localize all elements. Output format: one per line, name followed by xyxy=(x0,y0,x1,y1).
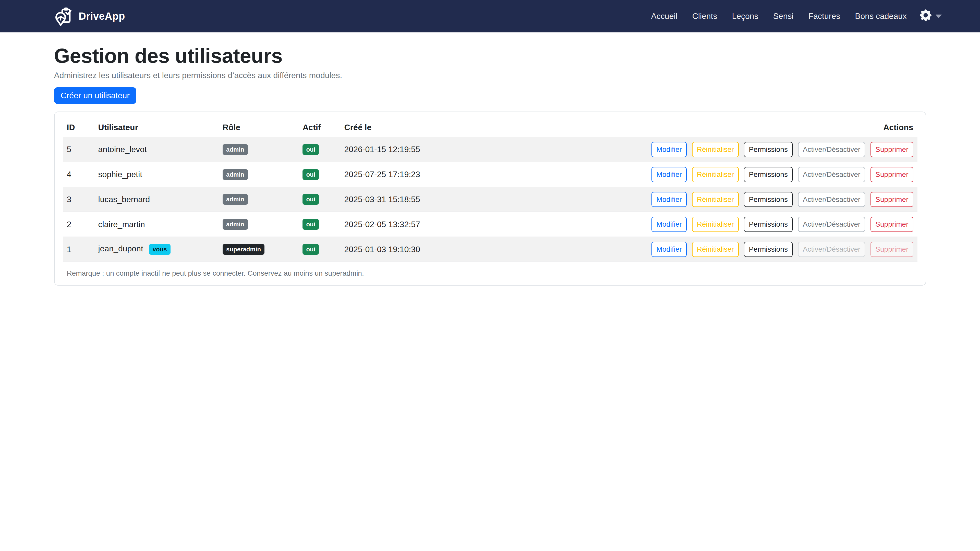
user-row: 4 sophie_petit admin oui 2025-07-25 17:1… xyxy=(63,162,918,187)
create-user-button[interactable]: Créer un utilisateur xyxy=(54,87,136,104)
edit-button[interactable]: Modifier xyxy=(651,242,687,257)
username-text: lucas_bernard xyxy=(98,195,150,204)
cell-actions: Modifier Réinitialiser Permissions Activ… xyxy=(644,137,917,162)
you-badge: vous xyxy=(149,244,170,255)
permissions-button[interactable]: Permissions xyxy=(744,217,792,232)
cell-active: oui xyxy=(298,212,340,237)
cell-role: admin xyxy=(218,187,298,212)
active-badge: oui xyxy=(302,194,319,205)
toggle-active-button[interactable]: Activer/Désactiver xyxy=(798,192,865,207)
cell-role: admin xyxy=(218,137,298,162)
permissions-button[interactable]: Permissions xyxy=(744,192,792,207)
brand-name: DriveApp xyxy=(79,11,125,22)
cell-username: lucas_bernard xyxy=(94,187,218,212)
edit-button[interactable]: Modifier xyxy=(651,142,687,157)
cell-active: oui xyxy=(298,137,340,162)
reset-button[interactable]: Réinitialiser xyxy=(692,167,739,182)
driveapp-logo-icon xyxy=(55,6,74,26)
user-row: 5 antoine_levot admin oui 2026-01-15 12:… xyxy=(63,137,918,162)
username-text: claire_martin xyxy=(98,220,145,229)
active-badge: oui xyxy=(302,144,319,155)
delete-button[interactable]: Supprimer xyxy=(870,142,913,157)
user-table-body: 5 antoine_levot admin oui 2026-01-15 12:… xyxy=(63,137,918,262)
permissions-button[interactable]: Permissions xyxy=(744,142,792,157)
settings-dropdown-toggle[interactable] xyxy=(920,10,942,23)
toggle-active-button[interactable]: Activer/Désactiver xyxy=(798,142,865,157)
active-badge: oui xyxy=(302,169,319,180)
navbar: DriveApp Accueil Clients Leçons Sensi Fa… xyxy=(0,0,980,32)
users-card: ID Utilisateur Rôle Actif Créé le Action… xyxy=(54,111,926,286)
cell-actions: Modifier Réinitialiser Permissions Activ… xyxy=(644,187,917,212)
header-created: Créé le xyxy=(340,119,644,137)
header-id: ID xyxy=(63,119,94,137)
toggle-active-button[interactable]: Activer/Désactiver xyxy=(798,167,865,182)
header-active: Actif xyxy=(298,119,340,137)
nav-item-lecons[interactable]: Leçons xyxy=(724,9,765,24)
reset-button[interactable]: Réinitialiser xyxy=(692,142,739,157)
delete-button[interactable]: Supprimer xyxy=(870,167,913,182)
reset-button[interactable]: Réinitialiser xyxy=(692,242,739,257)
cell-username: sophie_petit xyxy=(94,162,218,187)
user-row: 1 jean_dupont vous superadmin oui 2025-0… xyxy=(63,237,918,262)
delete-button[interactable]: Supprimer xyxy=(870,192,913,207)
table-note: Remarque : un compte inactif ne peut plu… xyxy=(63,269,918,278)
table-header-row: ID Utilisateur Rôle Actif Créé le Action… xyxy=(63,119,918,137)
header-role: Rôle xyxy=(218,119,298,137)
cell-role: admin xyxy=(218,212,298,237)
active-badge: oui xyxy=(302,244,319,255)
cell-actions: Modifier Réinitialiser Permissions Activ… xyxy=(644,212,917,237)
nav-item-factures[interactable]: Factures xyxy=(801,9,848,24)
nav-item-accueil[interactable]: Accueil xyxy=(644,9,685,24)
reset-button[interactable]: Réinitialiser xyxy=(692,192,739,207)
cell-created: 2025-03-31 15:18:55 xyxy=(340,187,644,212)
cell-username: jean_dupont vous xyxy=(94,237,218,262)
caret-down-icon xyxy=(935,14,942,18)
role-badge: admin xyxy=(223,144,248,155)
cell-id: 2 xyxy=(63,212,94,237)
cell-username: claire_martin xyxy=(94,212,218,237)
page-subtitle: Administrez les utilisateurs et leurs pe… xyxy=(54,71,926,80)
cell-id: 4 xyxy=(63,162,94,187)
toggle-active-button[interactable]: Activer/Désactiver xyxy=(798,217,865,232)
cell-id: 5 xyxy=(63,137,94,162)
cell-active: oui xyxy=(298,237,340,262)
users-table: ID Utilisateur Rôle Actif Créé le Action… xyxy=(63,119,918,262)
user-row: 2 claire_martin admin oui 2025-02-05 13:… xyxy=(63,212,918,237)
gear-icon xyxy=(920,10,932,23)
cell-id: 3 xyxy=(63,187,94,212)
reset-button[interactable]: Réinitialiser xyxy=(692,217,739,232)
cell-active: oui xyxy=(298,162,340,187)
cell-actions: Modifier Réinitialiser Permissions Activ… xyxy=(644,237,917,262)
toggle-active-button[interactable]: Activer/Désactiver xyxy=(798,242,865,257)
role-badge: admin xyxy=(223,194,248,205)
edit-button[interactable]: Modifier xyxy=(651,167,687,182)
delete-button[interactable]: Supprimer xyxy=(870,242,913,257)
nav-item-clients[interactable]: Clients xyxy=(685,9,725,24)
user-row: 3 lucas_bernard admin oui 2025-03-31 15:… xyxy=(63,187,918,212)
cell-active: oui xyxy=(298,187,340,212)
main-content: Gestion des utilisateurs Administrez les… xyxy=(54,32,926,286)
cell-created: 2025-07-25 17:19:23 xyxy=(340,162,644,187)
navbar-inner: DriveApp Accueil Clients Leçons Sensi Fa… xyxy=(0,6,980,26)
role-badge: admin xyxy=(223,219,248,230)
active-badge: oui xyxy=(302,219,319,230)
cell-created: 2025-02-05 13:32:57 xyxy=(340,212,644,237)
nav-links: Accueil Clients Leçons Sensi Factures Bo… xyxy=(644,9,942,24)
cell-role: superadmin xyxy=(218,237,298,262)
edit-button[interactable]: Modifier xyxy=(651,192,687,207)
edit-button[interactable]: Modifier xyxy=(651,217,687,232)
nav-item-bons-cadeaux[interactable]: Bons cadeaux xyxy=(848,9,914,24)
header-user: Utilisateur xyxy=(94,119,218,137)
delete-button[interactable]: Supprimer xyxy=(870,217,913,232)
username-text: sophie_petit xyxy=(98,170,142,179)
cell-id: 1 xyxy=(63,237,94,262)
cell-actions: Modifier Réinitialiser Permissions Activ… xyxy=(644,162,917,187)
username-text: antoine_levot xyxy=(98,145,147,154)
header-actions: Actions xyxy=(644,119,917,137)
permissions-button[interactable]: Permissions xyxy=(744,242,792,257)
nav-item-sensi[interactable]: Sensi xyxy=(766,9,801,24)
permissions-button[interactable]: Permissions xyxy=(744,167,792,182)
brand[interactable]: DriveApp xyxy=(55,6,125,26)
cell-role: admin xyxy=(218,162,298,187)
cell-created: 2025-01-03 19:10:30 xyxy=(340,237,644,262)
